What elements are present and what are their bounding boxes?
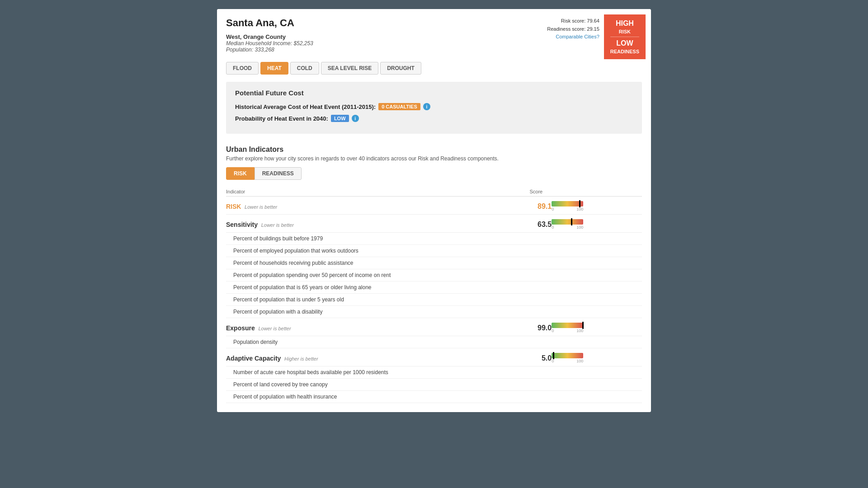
sub-row-sensitivity-3: Percent of population spending over 50 p… [226,269,642,282]
category-row-exposure: Exposure Lower is better 99.0 0100 [226,318,642,336]
sub-item-label: Population density [226,336,642,348]
risk-score-block: Risk score: 79.64 Readiness score: 29.15… [542,14,604,59]
category-score-sensitivity: 63.5 [489,215,552,233]
badge-high-label: HIGH [616,19,634,28]
sub-row-sensitivity-1: Percent of employed population that work… [226,245,642,257]
category-score-adaptive-capacity: 5.0 [489,348,552,366]
sub-row-adaptive-capacity-2: Percent of population with health insura… [226,391,642,403]
indicator-table: Indicator Score RISK Lower is better 89.… [226,187,642,403]
urban-desc: Further explore how your city scores in … [226,155,642,162]
comparable-cities-link[interactable]: Comparable Cities? [556,34,599,39]
tab-drought[interactable]: DROUGHT [380,62,421,75]
sub-row-adaptive-capacity-0: Number of acute care hospital beds avail… [226,366,642,379]
category-row-adaptive-capacity: Adaptive Capacity Higher is better 5.0 0… [226,348,642,366]
sub-row-exposure-0: Population density [226,336,642,348]
category-hint-exposure: Lower is better [258,326,291,331]
badge-readiness-label: READINESS [610,48,639,55]
category-bar-adaptive-capacity: 0100 [552,348,642,366]
risk-badge: HIGH RISK LOW READINESS [604,14,646,59]
risk-score-label: Risk score: 79.64 [547,17,599,25]
tab-heat[interactable]: HEAT [260,62,288,75]
sub-row-sensitivity-0: Percent of buildings built before 1979 [226,233,642,245]
badge-divider [610,37,639,37]
probability-row: Probability of Heat Event in 2040: LOW i [235,115,633,122]
badge-risk-label: RISK [619,28,631,35]
probability-label: Probability of Heat Event in 2040: [235,115,328,122]
risk-badge-container: Risk score: 79.64 Readiness score: 29.15… [542,14,646,59]
category-hint-risk: Lower is better [245,204,277,210]
tab-flood[interactable]: FLOOD [226,62,259,75]
sub-row-sensitivity-4: Percent of population that is 65 years o… [226,282,642,294]
badge-low-label: LOW [616,39,633,48]
urban-indicators-section: Urban Indicators Further explore how you… [217,141,651,412]
category-bar-exposure: 0100 [552,318,642,336]
col-bar-header [552,187,642,197]
sub-item-label: Percent of land covered by tree canopy [226,379,642,391]
category-bar-sensitivity: 0100 [552,215,642,233]
historical-badge: 0 CASUALTIES [378,103,420,110]
col-score-header: Score [489,187,552,197]
category-row-sensitivity: Sensitivity Lower is better 63.5 0100 [226,215,642,233]
sub-row-sensitivity-6: Percent of population with a disability [226,306,642,318]
tabs-container: FLOOD HEAT COLD SEA LEVEL RISE DROUGHT [217,57,651,75]
category-score-exposure: 99.0 [489,318,552,336]
sub-item-label: Number of acute care hospital beds avail… [226,366,642,379]
future-cost-section: Potential Future Cost Historical Average… [226,82,642,134]
category-row-risk: RISK Lower is better 89.1 0100 [226,197,642,215]
sub-row-adaptive-capacity-1: Percent of land covered by tree canopy [226,379,642,391]
readiness-score-label: Readiness score: 29.15 [547,25,599,33]
col-indicator-header: Indicator [226,187,489,197]
sub-row-sensitivity-5: Percent of population that is under 5 ye… [226,294,642,306]
category-name-adaptive-capacity: Adaptive Capacity [226,355,281,362]
toggle-risk-button[interactable]: RISK [226,167,255,180]
sub-row-sensitivity-2: Percent of households receiving public a… [226,257,642,269]
probability-badge: LOW [331,115,349,122]
sub-item-label: Percent of households receiving public a… [226,257,642,269]
sub-item-label: Percent of population that is under 5 ye… [226,294,642,306]
category-hint-adaptive-capacity: Higher is better [284,356,318,361]
historical-label: Historical Average Cost of Heat Event (2… [235,103,376,110]
sub-item-label: Percent of population with health insura… [226,391,642,403]
probability-info-icon[interactable]: i [352,115,359,122]
category-name-exposure: Exposure [226,324,255,332]
category-name-sensitivity: Sensitivity [226,221,258,228]
sub-item-label: Percent of population that is 65 years o… [226,282,642,294]
urban-title: Urban Indicators [226,145,642,154]
main-card: Santa Ana, CA West, Orange County Median… [217,9,651,412]
sub-item-label: Percent of buildings built before 1979 [226,233,642,245]
historical-info-icon[interactable]: i [423,103,430,110]
category-bar-risk: 0100 [552,197,642,215]
sub-item-label: Percent of population spending over 50 p… [226,269,642,282]
category-hint-sensitivity: Lower is better [261,222,294,228]
toggle-readiness-button[interactable]: READINESS [255,167,302,180]
tab-cold[interactable]: COLD [290,62,319,75]
sub-item-label: Percent of population with a disability [226,306,642,318]
historical-cost-row: Historical Average Cost of Heat Event (2… [235,103,633,110]
tab-sea-level-rise[interactable]: SEA LEVEL RISE [321,62,378,75]
toggle-buttons: RISK READINESS [226,167,642,180]
header: Santa Ana, CA West, Orange County Median… [217,9,651,57]
category-name-risk: RISK [226,203,241,210]
sub-item-label: Percent of employed population that work… [226,245,642,257]
future-cost-title: Potential Future Cost [235,89,633,97]
category-score-risk: 89.1 [489,197,552,215]
